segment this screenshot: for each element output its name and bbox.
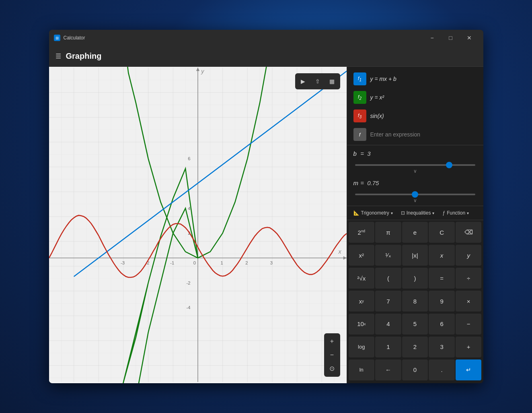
zoom-in-button[interactable]: + bbox=[326, 335, 339, 348]
zoom-out-button[interactable]: − bbox=[326, 349, 339, 361]
svg-text:x: x bbox=[338, 249, 341, 255]
ineq-icon: ⊡ bbox=[401, 210, 405, 216]
key-abs[interactable]: |x| bbox=[402, 245, 428, 266]
key-divide[interactable]: ÷ bbox=[456, 268, 482, 289]
graph-toolbar: ▶ ⇧ ▦ bbox=[295, 73, 340, 89]
function-item-1[interactable]: f1 y = mx + b bbox=[350, 70, 480, 88]
function-item-2[interactable]: f2 y = x² bbox=[350, 89, 480, 106]
key-decimal[interactable]: . bbox=[429, 359, 455, 380]
graph-area: x y -2 -1 0 1 2 3 -3 6 4 2 -2 -4 bbox=[49, 67, 347, 383]
page-title: Graphing bbox=[66, 52, 102, 61]
keypad-toolbar: 📐 Trigonometry ▾ ⊡ Inequalities ▾ ƒ Func… bbox=[347, 206, 483, 220]
function-item-4[interactable]: f Enter an expression bbox=[350, 126, 480, 143]
key-two[interactable]: 2 bbox=[402, 337, 428, 357]
close-button[interactable]: ✕ bbox=[460, 30, 479, 46]
slider-collapse-m[interactable]: ∨ bbox=[353, 197, 477, 204]
svg-text:-1: -1 bbox=[170, 261, 174, 266]
svg-text:2: 2 bbox=[245, 261, 248, 266]
key-e[interactable]: e bbox=[402, 222, 428, 243]
inequalities-toolbar-button[interactable]: ⊡ Inequalities ▾ bbox=[398, 209, 438, 217]
window-controls: − □ ✕ bbox=[423, 30, 479, 46]
slider-collapse-b[interactable]: ∨ bbox=[353, 167, 477, 175]
right-panel: f1 y = mx + b f2 y = x² f3 sin(x) bbox=[347, 67, 483, 383]
key-subtract[interactable]: − bbox=[456, 314, 482, 335]
key-sqrt[interactable]: ²√x bbox=[349, 268, 375, 289]
key-pi[interactable]: π bbox=[375, 222, 401, 243]
slider-var-b: b bbox=[353, 150, 357, 157]
function-expr-3: sin(x) bbox=[370, 113, 384, 119]
share-tool-button[interactable]: ⇧ bbox=[311, 75, 324, 88]
slider-val-b: 3 bbox=[367, 150, 382, 157]
key-zero[interactable]: 0 bbox=[402, 359, 428, 380]
function-badge-1: f1 bbox=[353, 72, 366, 85]
slider-input-m[interactable] bbox=[355, 194, 475, 195]
slider-section: b = 3 ∨ m = 0.75 ∨ bbox=[347, 145, 483, 206]
key-second[interactable]: 2nd bbox=[349, 222, 375, 243]
menu-icon[interactable]: ☰ bbox=[55, 52, 61, 60]
func-icon: ƒ bbox=[442, 210, 445, 216]
key-five[interactable]: 5 bbox=[402, 314, 428, 335]
minimize-button[interactable]: − bbox=[423, 30, 442, 46]
key-ln[interactable]: ln bbox=[349, 359, 375, 380]
keypad: 2nd π e C ⌫ x² ¹⁄ₓ |x| x y ²√x ( ) = ÷ x… bbox=[347, 220, 483, 383]
zoom-fit-button[interactable]: ⊙ bbox=[326, 362, 339, 375]
select-tool-button[interactable]: ▶ bbox=[297, 75, 310, 88]
key-backspace[interactable]: ⌫ bbox=[456, 222, 482, 243]
key-open-paren[interactable]: ( bbox=[375, 268, 401, 289]
key-add[interactable]: + bbox=[456, 337, 482, 357]
key-clear[interactable]: C bbox=[429, 222, 455, 243]
slider-eq-b: = bbox=[361, 150, 364, 157]
calculator-window: ⊞ Calculator − □ ✕ ☰ Graphing bbox=[49, 30, 483, 383]
trig-chevron: ▾ bbox=[391, 211, 393, 215]
func-chevron: ▾ bbox=[467, 211, 469, 215]
svg-text:-3: -3 bbox=[120, 261, 124, 266]
key-close-paren[interactable]: ) bbox=[402, 268, 428, 289]
function-placeholder: Enter an expression bbox=[370, 131, 421, 138]
key-six[interactable]: 6 bbox=[429, 314, 455, 335]
key-log[interactable]: log bbox=[349, 337, 375, 357]
graph-zoom: + − ⊙ bbox=[324, 333, 340, 377]
key-equals[interactable]: = bbox=[429, 268, 455, 289]
trace-tool-button[interactable]: ▦ bbox=[326, 75, 339, 88]
trig-toolbar-button[interactable]: 📐 Trigonometry ▾ bbox=[350, 209, 396, 217]
key-square[interactable]: x² bbox=[349, 245, 375, 266]
function-badge-2: f2 bbox=[353, 91, 366, 104]
slider-input-b[interactable] bbox=[355, 164, 475, 166]
key-four[interactable]: 4 bbox=[375, 314, 401, 335]
function-list: f1 y = mx + b f2 y = x² f3 sin(x) bbox=[347, 67, 483, 145]
key-seven[interactable]: 7 bbox=[375, 291, 401, 312]
function-expr-2: y = x² bbox=[370, 94, 384, 101]
key-reciprocal[interactable]: ¹⁄ₓ bbox=[375, 245, 401, 266]
key-var-x[interactable]: x bbox=[429, 245, 455, 266]
main-content: x y -2 -1 0 1 2 3 -3 6 4 2 -2 -4 bbox=[49, 67, 483, 383]
maximize-button[interactable]: □ bbox=[442, 30, 460, 46]
key-multiply[interactable]: × bbox=[456, 291, 482, 312]
key-left-arrow[interactable]: ← bbox=[375, 359, 401, 380]
func-label: Function bbox=[447, 210, 465, 216]
svg-text:3: 3 bbox=[270, 261, 272, 266]
trig-label: Trigonometry bbox=[361, 210, 389, 216]
key-three[interactable]: 3 bbox=[429, 337, 455, 357]
key-one[interactable]: 1 bbox=[375, 337, 401, 357]
svg-text:0: 0 bbox=[193, 261, 195, 266]
svg-text:y: y bbox=[201, 68, 204, 75]
function-toolbar-button[interactable]: ƒ Function ▾ bbox=[439, 209, 472, 217]
key-enter[interactable]: ↵ bbox=[456, 359, 482, 380]
svg-text:-4: -4 bbox=[186, 306, 190, 310]
slider-eq-m: = bbox=[361, 180, 364, 186]
key-nine[interactable]: 9 bbox=[429, 291, 455, 312]
function-expr-1: y = mx + b bbox=[370, 76, 396, 82]
app-title: Calculator bbox=[64, 35, 423, 41]
key-power[interactable]: xy bbox=[349, 291, 375, 312]
slider-val-m: 0.75 bbox=[367, 180, 382, 186]
svg-text:6: 6 bbox=[188, 157, 190, 161]
key-eight[interactable]: 8 bbox=[402, 291, 428, 312]
trig-icon: 📐 bbox=[353, 210, 359, 216]
graph-svg: x y -2 -1 0 1 2 3 -3 6 4 2 -2 -4 bbox=[49, 67, 347, 383]
title-bar: ⊞ Calculator − □ ✕ bbox=[49, 30, 483, 46]
svg-text:-2: -2 bbox=[186, 281, 190, 285]
key-var-y[interactable]: y bbox=[456, 245, 482, 266]
svg-text:1: 1 bbox=[220, 261, 223, 266]
key-ten-power[interactable]: 10x bbox=[349, 314, 375, 335]
function-item-3[interactable]: f3 sin(x) bbox=[350, 107, 480, 125]
